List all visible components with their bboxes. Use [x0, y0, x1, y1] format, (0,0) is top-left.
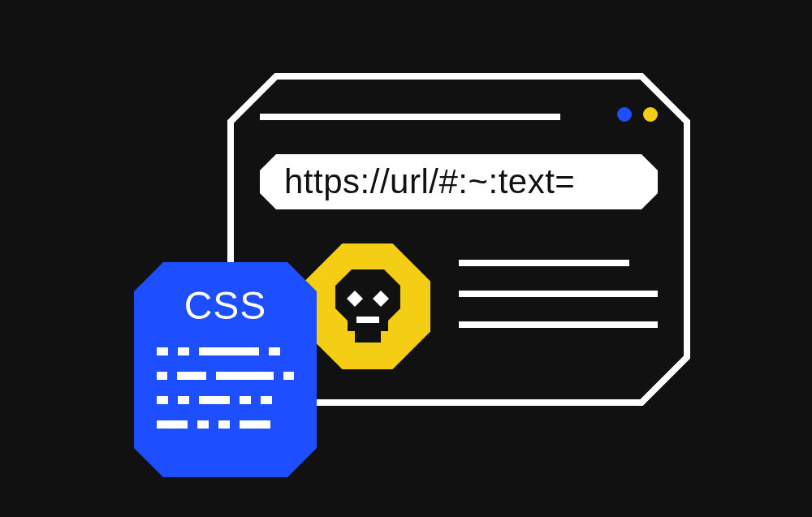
content-placeholder-lines	[459, 260, 658, 328]
window-control-dots	[617, 107, 658, 122]
css-code-lines	[157, 347, 294, 429]
illustration-stage: https://url/#:~:text= CSS	[0, 0, 812, 517]
dot-blue-icon	[617, 107, 632, 122]
code-row	[157, 347, 294, 355]
placeholder-line	[459, 321, 658, 328]
skull-icon	[330, 266, 405, 347]
url-text: https://url/#:~:text=	[284, 162, 575, 201]
url-bar: https://url/#:~:text=	[260, 154, 658, 209]
svg-rect-2	[355, 331, 381, 343]
skull-warning-badge	[304, 243, 430, 369]
code-row	[157, 396, 294, 404]
placeholder-line	[459, 260, 629, 266]
dot-yellow-icon	[643, 107, 658, 122]
code-row	[157, 372, 294, 380]
placeholder-line	[459, 291, 658, 297]
css-card: CSS	[134, 262, 317, 477]
browser-header-rule	[260, 114, 560, 120]
svg-rect-5	[356, 317, 379, 323]
code-row	[157, 420, 294, 429]
css-card-title: CSS	[157, 283, 294, 328]
